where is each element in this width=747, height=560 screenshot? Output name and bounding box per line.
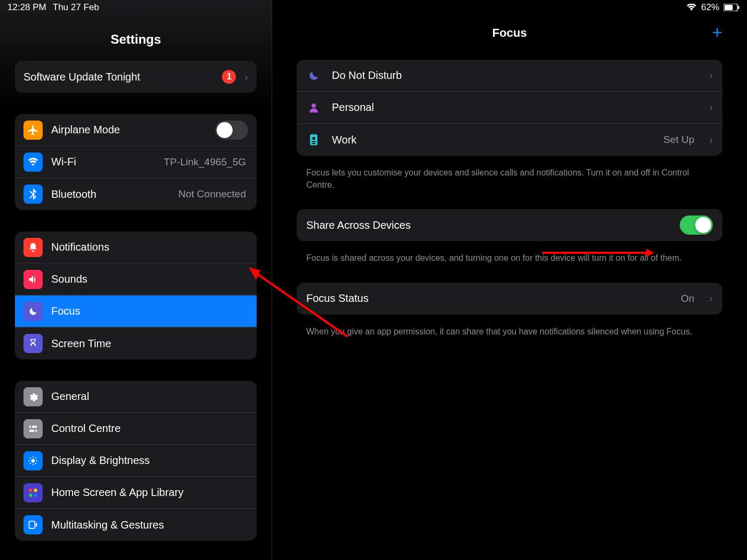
focus-mode-personal[interactable]: Personal › [297, 92, 722, 124]
row-label: Sounds [51, 273, 248, 285]
moon-icon [306, 69, 321, 82]
svg-line-14 [30, 463, 31, 464]
svg-line-15 [35, 458, 36, 459]
row-label: Screen Time [51, 338, 248, 350]
share-footer: Focus is shared across your devices, and… [297, 246, 722, 264]
page-title: Focus [492, 26, 527, 40]
gear-icon [23, 387, 43, 406]
svg-point-7 [31, 459, 35, 462]
sidebar-item-display[interactable]: Display & Brightness [15, 445, 257, 477]
row-label: Display & Brightness [51, 454, 248, 467]
row-label: Airplane Mode [51, 124, 206, 136]
row-label: Control Centre [51, 422, 248, 435]
row-value: TP-Link_4965_5G [164, 156, 246, 168]
status-footer: When you give an app permission, it can … [297, 320, 722, 338]
chevron-right-icon: › [709, 101, 713, 114]
row-label: Personal [332, 101, 698, 114]
row-label: Focus [51, 305, 248, 317]
chevron-right-icon: › [244, 71, 248, 83]
brightness-icon [23, 451, 43, 470]
grid-icon [23, 483, 43, 502]
row-label: Focus Status [306, 292, 670, 305]
row-label: Software Update Tonight [23, 71, 213, 83]
svg-point-6 [34, 430, 36, 431]
status-section: Focus Status On › [297, 283, 722, 315]
sidebar-item-sounds[interactable]: Sounds [15, 263, 257, 295]
row-label: General [51, 390, 248, 403]
row-value: Not Connected [178, 188, 246, 200]
badge-icon [306, 133, 321, 146]
svg-rect-25 [312, 141, 316, 142]
row-label: Work [332, 134, 653, 146]
svg-rect-20 [29, 521, 35, 528]
focus-modes-section: Do Not Disturb › Personal › Work Set Up … [297, 60, 722, 156]
sidebar-item-focus[interactable]: Focus [15, 295, 257, 327]
row-value: On [681, 293, 694, 305]
svg-rect-19 [34, 493, 37, 497]
sidebar-item-screentime[interactable]: Screen Time [15, 327, 257, 359]
focus-mode-work[interactable]: Work Set Up › [297, 124, 722, 156]
focus-status-row[interactable]: Focus Status On › [297, 283, 722, 315]
airplane-toggle[interactable] [215, 121, 248, 140]
svg-point-5 [30, 426, 32, 427]
svg-line-13 [35, 463, 36, 464]
update-badge: 1 [222, 70, 236, 84]
row-label: Do Not Disturb [332, 69, 698, 82]
wifi-icon [23, 153, 43, 172]
sidebar-item-wifi[interactable]: Wi-Fi TP-Link_4965_5G [15, 146, 257, 178]
moon-icon [23, 302, 43, 321]
svg-rect-4 [29, 429, 37, 431]
sidebar-item-homescreen[interactable]: Home Screen & App Library [15, 477, 257, 509]
hourglass-icon [23, 334, 43, 353]
share-section: Share Across Devices [297, 209, 722, 241]
share-across-devices[interactable]: Share Across Devices [297, 209, 722, 241]
add-focus-button[interactable]: + [712, 21, 722, 43]
share-toggle[interactable] [680, 215, 713, 235]
status-time: 12:28 PM [7, 2, 46, 13]
svg-point-24 [312, 137, 315, 140]
svg-rect-17 [34, 489, 37, 492]
speaker-icon [23, 270, 43, 289]
svg-point-22 [312, 103, 316, 108]
sidebar: Settings Software Update Tonight 1 › Air… [0, 0, 272, 560]
airplane-icon [23, 121, 43, 140]
row-label: Home Screen & App Library [51, 486, 248, 499]
row-label: Bluetooth [51, 188, 170, 201]
svg-line-12 [30, 458, 31, 459]
svg-rect-3 [29, 426, 37, 428]
sidebar-item-general[interactable]: General [15, 381, 257, 413]
row-label: Wi-Fi [51, 156, 155, 168]
svg-rect-18 [29, 493, 33, 497]
sidebar-item-bluetooth[interactable]: Bluetooth Not Connected [15, 178, 257, 210]
multitask-icon [23, 515, 43, 534]
bell-icon [23, 238, 43, 257]
sidebar-item-software-update[interactable]: Software Update Tonight 1 › [15, 61, 257, 93]
sidebar-item-multitasking[interactable]: Multitasking & Gestures [15, 509, 257, 541]
row-label: Multitasking & Gestures [51, 519, 248, 531]
row-label: Notifications [51, 241, 248, 253]
sidebar-title: Settings [0, 32, 272, 47]
status-date: Thu 27 Feb [53, 2, 99, 13]
svg-rect-26 [312, 143, 316, 144]
main-pane: Focus + Do Not Disturb › Personal › [272, 0, 747, 560]
svg-rect-21 [36, 523, 37, 527]
focus-modes-footer: Focus lets you customise your devices an… [297, 161, 722, 191]
chevron-right-icon: › [709, 292, 713, 305]
person-icon [306, 101, 321, 114]
bluetooth-icon [23, 185, 43, 204]
svg-rect-16 [29, 489, 33, 492]
focus-mode-dnd[interactable]: Do Not Disturb › [297, 60, 722, 92]
sidebar-item-control-centre[interactable]: Control Centre [15, 413, 257, 445]
sidebar-item-airplane[interactable]: Airplane Mode [15, 114, 257, 146]
row-value: Set Up [663, 134, 694, 146]
sidebar-item-notifications[interactable]: Notifications [15, 231, 257, 263]
chevron-right-icon: › [709, 134, 713, 146]
sliders-icon [23, 419, 43, 438]
chevron-right-icon: › [709, 69, 713, 82]
row-label: Share Across Devices [306, 219, 669, 231]
